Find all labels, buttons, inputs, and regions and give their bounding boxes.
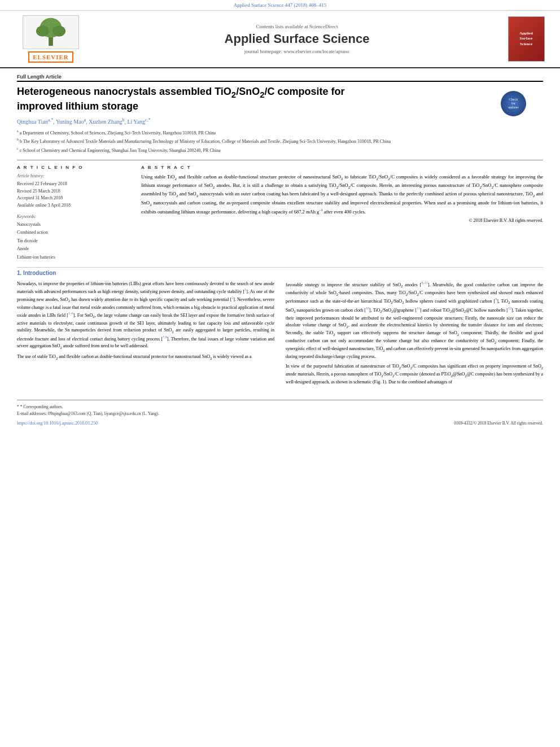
journal-citation: Applied Surface Science 447 (2018) 408–4… — [234, 2, 327, 8]
info-abstract-section: A R T I C L E I N F O Article history: R… — [17, 160, 543, 261]
journal-name: Applied Surface Science — [102, 32, 492, 46]
article-dates: Received 22 February 2018 Revised 25 Mar… — [17, 181, 130, 209]
section-divider — [17, 267, 543, 268]
accepted-date: Accepted 31 March 2018 — [17, 195, 130, 202]
svg-point-4 — [53, 25, 65, 36]
online-date: Available online 3 April 2018 — [17, 202, 130, 209]
intro-para-1: Nowadays, to improve the properties of l… — [17, 281, 274, 351]
asterisk-note: * * Corresponding authors. — [17, 404, 63, 409]
contents-availability: Contents lists available at ScienceDirec… — [102, 24, 492, 29]
journal-cover-image: AppliedSurfaceScience — [508, 16, 545, 62]
intro-left-column: Nowadays, to improve the properties of l… — [17, 281, 274, 388]
top-bar: Applied Surface Science 447 (2018) 408–4… — [0, 0, 560, 11]
elsevier-brand: ELSEVIER — [28, 51, 73, 63]
journal-header: ELSEVIER Contents lists available at Sci… — [0, 11, 560, 68]
keyword-4: Anode — [17, 245, 130, 253]
keyword-3: Tin dioxide — [17, 237, 130, 245]
affiliation-a: a a Department of Chemistry, School of S… — [17, 129, 543, 137]
journal-cover-area: AppliedSurfaceScience — [504, 16, 549, 62]
introduction-content: Nowadays, to improve the properties of l… — [17, 281, 543, 388]
title-text-1: Heterogeneous nanocrystals assembled TiO — [17, 86, 231, 97]
publisher-logo-area: ELSEVIER — [11, 15, 90, 63]
article-title: Heterogeneous nanocrystals assembled TiO… — [17, 85, 543, 113]
svg-point-3 — [36, 25, 49, 36]
check-for-updates-badge: Checkforupdates — [501, 91, 526, 116]
author-list: Qinghua Tiana,*, Yuning Maoa, Xuzhen Zha… — [17, 117, 543, 125]
keyword-5: Lithium-ion batteries — [17, 254, 130, 261]
author-3: Xuzhen Zhang — [89, 119, 122, 125]
copyright-notice: © 2018 Elsevier B.V. All rights reserved… — [141, 218, 543, 223]
received-date: Received 22 February 2018 — [17, 181, 130, 188]
email-label: E-mail addresses: — [17, 411, 47, 416]
affiliation-b: b b The Key Laboratory of Advanced Texti… — [17, 137, 543, 145]
journal-title-area: Contents lists available at ScienceDirec… — [90, 24, 504, 54]
intro-para-4: In view of the purposeful fabrication of… — [286, 363, 543, 386]
keywords-label: Keywords: — [17, 214, 130, 219]
article-content: Full Length Article Heterogeneous nanocr… — [0, 68, 560, 432]
sub-2: 2 — [260, 90, 264, 99]
author-1: Qinghua Tian — [17, 119, 48, 125]
sub-1: 2 — [231, 90, 236, 99]
corresponding-author-note: * * Corresponding authors. — [17, 404, 543, 410]
affiliations-list: a a Department of Chemistry, School of S… — [17, 129, 543, 154]
abstract-column: A B S T R A C T Using stable TiO2 and fl… — [141, 165, 543, 261]
journal-url: journal homepage: www.elsevier.com/locat… — [102, 49, 492, 54]
intro-para-2: The use of stable TiO2 and flexible carb… — [17, 353, 274, 361]
affiliation-c: c c School of Chemistry and Chemical Eng… — [17, 146, 543, 154]
title-text-2: /SnO — [236, 86, 260, 97]
intro-right-column: favorable strategy to improve the struct… — [286, 281, 543, 388]
email-footnote: E-mail addresses: 09tqinghua@163.com (Q.… — [17, 410, 543, 417]
author-4: Li Yang — [127, 119, 145, 125]
journal-logo-image — [23, 15, 79, 49]
introduction-heading: 1. Introduction — [17, 270, 543, 276]
keyword-2: Combined action — [17, 229, 130, 237]
doi-link[interactable]: https://doi.org/10.1016/j.apsusc.2018.03… — [17, 421, 98, 426]
article-history-label: Article history: — [17, 173, 130, 178]
article-info-column: A R T I C L E I N F O Article history: R… — [17, 165, 130, 261]
revised-date: Revised 25 March 2018 — [17, 188, 130, 195]
abstract-body: Using stable TiO2 and flexible carbon as… — [141, 173, 543, 216]
article-info-header: A R T I C L E I N F O — [17, 165, 130, 170]
title-area: Heterogeneous nanocrystals assembled TiO… — [17, 85, 543, 113]
keyword-1: Nanocrystals — [17, 221, 130, 229]
email-addresses: 09tqinghua@163.com (Q. Tian), liyangce@s… — [48, 411, 159, 416]
issn-copyright: 0169-4332/© 2018 Elsevier B.V. All right… — [454, 420, 543, 426]
keywords-list: Nanocrystals Combined action Tin dioxide… — [17, 221, 130, 261]
author-2: Yuning Mao — [56, 119, 84, 125]
footer-bottom-bar: https://doi.org/10.1016/j.apsusc.2018.03… — [17, 420, 543, 426]
article-footer: * * Corresponding authors. E-mail addres… — [17, 400, 543, 426]
article-type-label: Full Length Article — [17, 74, 543, 82]
intro-para-3: favorable strategy to improve the struct… — [286, 281, 543, 360]
abstract-header: A B S T R A C T — [141, 165, 543, 170]
